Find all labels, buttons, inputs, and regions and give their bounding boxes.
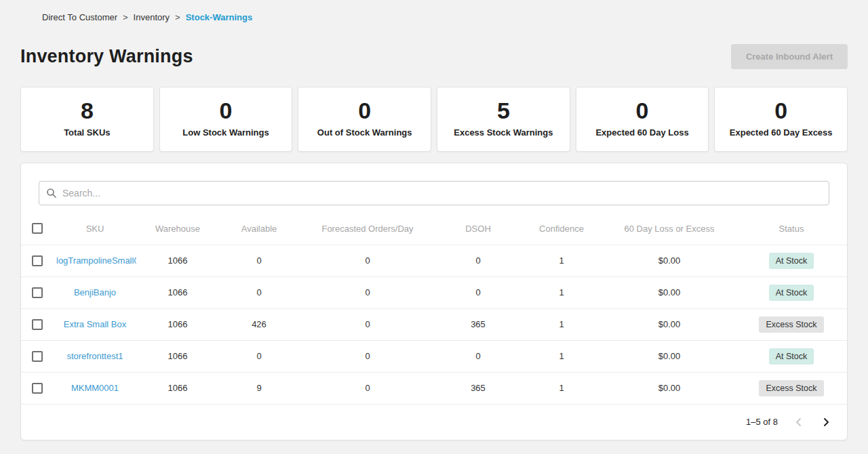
cell-dsoh: 0 <box>436 340 520 372</box>
table-header-row: SKU Warehouse Available Forecasted Order… <box>21 212 847 245</box>
cell-forecasted: 0 <box>299 340 436 372</box>
sku-link[interactable]: storefronttest1 <box>66 351 123 361</box>
cell-60-day-loss: $0.00 <box>603 308 736 340</box>
previous-page-button[interactable] <box>793 416 805 428</box>
stat-card-expected-60-day-loss: 0 Expected 60 Day Loss <box>576 87 709 152</box>
cell-warehouse: 1066 <box>136 276 219 308</box>
cell-dsoh: 365 <box>436 372 520 404</box>
pagination-range: 1–5 of 8 <box>746 417 778 427</box>
stat-value: 0 <box>719 98 843 123</box>
cell-60-day-loss: $0.00 <box>603 276 736 308</box>
cell-available: 0 <box>219 276 299 308</box>
cell-available: 0 <box>219 245 299 276</box>
row-checkbox[interactable] <box>32 319 43 330</box>
cell-available: 9 <box>219 372 299 404</box>
table-row: BenjiBanjo 1066 0 0 0 1 $0.00 At Stock <box>21 276 847 308</box>
status-badge: At Stock <box>769 348 814 365</box>
table-row: Extra Small Box 1066 426 0 365 1 $0.00 E… <box>21 308 847 340</box>
cell-dsoh: 0 <box>436 276 520 308</box>
cell-warehouse: 1066 <box>136 245 219 276</box>
table-row: storefronttest1 1066 0 0 0 1 $0.00 At St… <box>21 340 847 372</box>
cell-warehouse: 1066 <box>136 372 219 404</box>
stat-label: Expected 60 Day Excess <box>719 127 843 138</box>
warnings-table-card: SKU Warehouse Available Forecasted Order… <box>20 163 848 440</box>
stats-row: 8 Total SKUs 0 Low Stock Warnings 0 Out … <box>20 87 848 152</box>
sku-link[interactable]: MKMM0001 <box>71 383 119 393</box>
chevron-right-icon <box>820 416 832 428</box>
stat-label: Low Stock Warnings <box>164 127 288 138</box>
stat-label: Total SKUs <box>25 127 149 138</box>
chevron-left-icon <box>793 416 805 428</box>
cell-warehouse: 1066 <box>136 340 219 372</box>
column-header-forecasted: Forecasted Orders/Day <box>299 212 436 245</box>
stock-warnings-table: SKU Warehouse Available Forecasted Order… <box>21 212 847 405</box>
pagination: 1–5 of 8 <box>21 405 847 440</box>
cell-dsoh: 0 <box>436 245 520 276</box>
cell-confidence: 1 <box>520 276 603 308</box>
stat-label: Out of Stock Warnings <box>302 127 427 138</box>
select-all-checkbox[interactable] <box>32 223 43 234</box>
cell-60-day-loss: $0.00 <box>603 372 736 404</box>
table-row: MKMM0001 1066 9 0 365 1 $0.00 Excess Sto… <box>21 372 847 404</box>
column-header-confidence: Confidence <box>520 212 603 245</box>
sku-link[interactable]: Extra Small Box <box>64 319 126 329</box>
stat-card-low-stock-warnings: 0 Low Stock Warnings <box>159 87 293 152</box>
row-checkbox[interactable] <box>32 287 43 298</box>
cell-forecasted: 0 <box>299 308 436 340</box>
cell-available: 0 <box>219 340 299 372</box>
stat-card-expected-60-day-excess: 0 Expected 60 Day Excess <box>714 87 848 152</box>
cell-60-day-loss: $0.00 <box>603 245 736 276</box>
cell-confidence: 1 <box>520 340 603 372</box>
cell-confidence: 1 <box>520 372 603 404</box>
stat-value: 5 <box>441 98 566 123</box>
next-page-button[interactable] <box>820 416 832 428</box>
stat-value: 8 <box>25 98 149 123</box>
cell-confidence: 1 <box>520 245 603 276</box>
row-checkbox[interactable] <box>32 351 43 362</box>
search-icon <box>46 188 57 199</box>
status-badge: Excess Stock <box>759 380 823 396</box>
breadcrumb-direct-to-customer[interactable]: Direct To Customer <box>42 12 117 22</box>
search-bar <box>39 181 829 205</box>
table-body: logTrampolineSmall0001 1066 0 0 0 1 $0.0… <box>21 245 847 404</box>
sku-link[interactable]: BenjiBanjo <box>74 287 116 297</box>
stat-value: 0 <box>580 98 705 123</box>
status-badge: At Stock <box>769 285 814 301</box>
column-header-dsoh: DSOH <box>436 212 520 245</box>
cell-available: 426 <box>219 308 299 340</box>
table-row: logTrampolineSmall0001 1066 0 0 0 1 $0.0… <box>21 245 847 276</box>
cell-forecasted: 0 <box>299 276 436 308</box>
cell-dsoh: 365 <box>436 308 520 340</box>
breadcrumb-inventory[interactable]: Inventory <box>134 12 170 22</box>
sku-link[interactable]: logTrampolineSmall0001 <box>56 255 136 266</box>
stat-card-total-skus: 8 Total SKUs <box>20 87 154 152</box>
column-header-60-day-loss: 60 Day Loss or Excess <box>603 212 736 245</box>
title-row: Inventory Warnings Create Inbound Alert <box>20 44 848 69</box>
stat-value: 0 <box>302 98 427 123</box>
breadcrumb-separator: > <box>175 12 180 22</box>
cell-forecasted: 0 <box>299 372 436 404</box>
cell-warehouse: 1066 <box>136 308 219 340</box>
cell-60-day-loss: $0.00 <box>603 340 736 372</box>
cell-confidence: 1 <box>520 308 603 340</box>
column-header-warehouse: Warehouse <box>136 212 219 245</box>
create-inbound-alert-button[interactable]: Create Inbound Alert <box>731 44 848 69</box>
stat-card-excess-stock-warnings: 5 Excess Stock Warnings <box>437 87 570 152</box>
status-badge: At Stock <box>769 253 814 269</box>
column-header-sku: SKU <box>54 212 136 245</box>
page-title: Inventory Warnings <box>20 46 193 67</box>
breadcrumb-separator: > <box>123 12 128 22</box>
search-input[interactable] <box>39 181 829 205</box>
stat-label: Excess Stock Warnings <box>441 127 566 138</box>
breadcrumb-stock-warnings[interactable]: Stock-Warnings <box>186 12 252 22</box>
cell-forecasted: 0 <box>299 245 436 276</box>
stat-card-out-of-stock-warnings: 0 Out of Stock Warnings <box>298 87 431 152</box>
breadcrumb: Direct To Customer > Inventory > Stock-W… <box>0 0 868 22</box>
status-badge: Excess Stock <box>759 316 823 333</box>
stat-label: Expected 60 Day Loss <box>580 127 705 138</box>
column-header-status: Status <box>736 212 847 245</box>
column-header-available: Available <box>219 212 299 245</box>
stat-value: 0 <box>164 98 288 123</box>
row-checkbox[interactable] <box>32 255 43 266</box>
row-checkbox[interactable] <box>32 383 43 394</box>
